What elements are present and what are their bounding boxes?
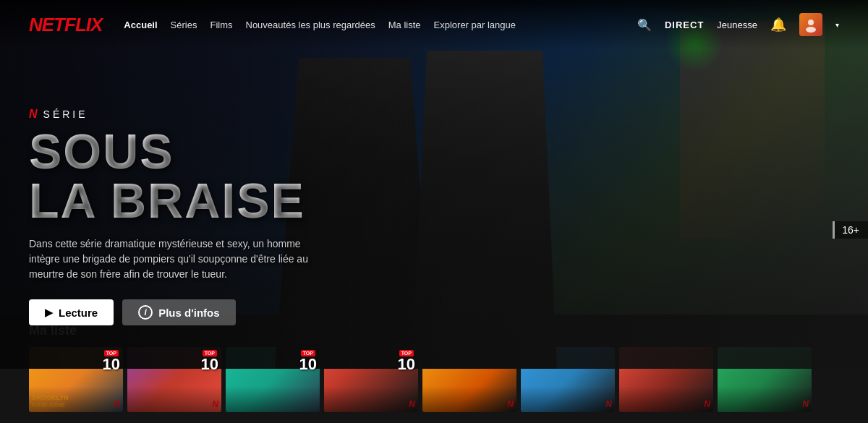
netflix-n-logo: N xyxy=(29,108,38,121)
nav-right: 🔍 DIRECT Jeunesse 🔔 ▾ xyxy=(637,13,839,36)
jeunesse-label[interactable]: Jeunesse xyxy=(717,20,757,30)
nav-link-accueil[interactable]: Accueil xyxy=(124,20,157,30)
thumbnail-label: BROOKLYNNINE-NINE xyxy=(32,395,69,409)
navbar: NETFLIX Accueil Séries Films Nouveautés … xyxy=(0,0,868,49)
hero-title: SOUS LA BRAISE xyxy=(29,127,839,225)
netflix-n-small-icon: N xyxy=(802,399,809,409)
nav-links: Accueil Séries Films Nouveautés les plus… xyxy=(124,18,637,31)
netflix-n-small-icon: N xyxy=(605,399,612,409)
netflix-logo[interactable]: NETFLIX xyxy=(29,14,102,36)
nav-link-nouveautes[interactable]: Nouveautés les plus regardées xyxy=(246,20,375,30)
nav-link-series[interactable]: Séries xyxy=(171,20,197,30)
nav-link-explorer[interactable]: Explorer par langue xyxy=(434,20,516,30)
serie-label: SÉRIE xyxy=(43,108,88,120)
nav-item-accueil[interactable]: Accueil xyxy=(124,18,157,31)
play-button[interactable]: ▶ Lecture xyxy=(29,299,114,325)
hero-description: Dans cette série dramatique mystérieuse … xyxy=(29,236,333,282)
play-icon: ▶ xyxy=(45,307,53,318)
serie-badge: N SÉRIE xyxy=(29,108,839,121)
netflix-n-small-icon: N xyxy=(114,399,120,409)
avatar[interactable] xyxy=(799,13,822,36)
hero-buttons: ▶ Lecture i Plus d'infos xyxy=(29,299,839,325)
chevron-down-icon[interactable]: ▾ xyxy=(835,21,839,29)
netflix-n-small-icon: N xyxy=(507,399,514,409)
nav-item-maliste[interactable]: Ma liste xyxy=(388,18,421,31)
netflix-n-small-icon: N xyxy=(409,399,415,409)
nav-link-films[interactable]: Films xyxy=(210,20,232,30)
more-info-label: Plus d'infos xyxy=(158,307,219,319)
info-icon: i xyxy=(138,305,153,320)
svg-point-0 xyxy=(808,20,814,25)
more-info-button[interactable]: i Plus d'infos xyxy=(122,299,235,325)
direct-label[interactable]: DIRECT xyxy=(665,20,704,30)
netflix-n-small-icon: N xyxy=(212,399,218,409)
nav-item-explorer[interactable]: Explorer par langue xyxy=(434,18,516,31)
nav-item-films[interactable]: Films xyxy=(210,18,232,31)
age-rating: 16+ xyxy=(833,221,868,239)
hero-content: N SÉRIE SOUS LA BRAISE Dans cette série … xyxy=(0,0,868,369)
play-label: Lecture xyxy=(59,307,98,319)
nav-item-series[interactable]: Séries xyxy=(171,18,197,31)
search-icon[interactable]: 🔍 xyxy=(637,18,652,32)
notification-bell-icon[interactable]: 🔔 xyxy=(770,17,786,33)
nav-link-maliste[interactable]: Ma liste xyxy=(388,20,421,30)
hero-section: N SÉRIE SOUS LA BRAISE Dans cette série … xyxy=(0,0,868,369)
svg-point-1 xyxy=(806,27,816,33)
nav-item-nouveautes[interactable]: Nouveautés les plus regardées xyxy=(246,18,375,31)
netflix-n-small-icon: N xyxy=(704,399,710,409)
